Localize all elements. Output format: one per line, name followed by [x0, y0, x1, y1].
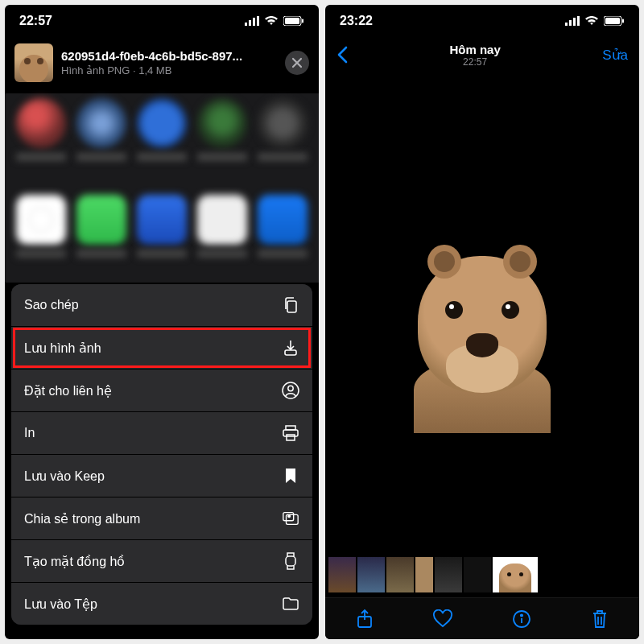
thumbnail[interactable] [328, 557, 356, 592]
action-copy[interactable]: Sao chép [11, 284, 312, 327]
app-facebook-icon[interactable] [258, 195, 308, 245]
file-name: 620951d4-f0eb-4c6b-bd5c-897... [61, 49, 277, 63]
bookmark-icon [282, 467, 299, 485]
photos-viewer-screen: 23:22 Hôm nay 22:57 Sửa [325, 5, 639, 639]
thumbnail[interactable] [357, 557, 385, 592]
info-button[interactable] [511, 609, 532, 630]
svg-rect-0 [245, 23, 247, 26]
contact-avatar[interactable] [258, 98, 308, 148]
signal-icon [565, 16, 580, 26]
folder-icon [282, 595, 299, 613]
share-header: 620951d4-f0eb-4c6b-bd5c-897... Hình ảnh … [5, 37, 319, 93]
nav-bar: Hôm nay 22:57 Sửa [325, 37, 639, 72]
photo-viewer[interactable] [325, 72, 639, 552]
copy-icon [282, 296, 299, 314]
svg-rect-7 [287, 301, 296, 312]
svg-rect-2 [253, 18, 255, 26]
printer-icon [282, 424, 299, 442]
action-share-album[interactable]: Chia sẻ trong album [11, 497, 312, 540]
svg-rect-12 [283, 430, 298, 436]
thumbnail[interactable] [464, 557, 491, 592]
contact-avatar[interactable] [137, 98, 187, 148]
svg-rect-1 [249, 20, 251, 26]
thumbnail[interactable] [415, 557, 433, 592]
svg-rect-17 [286, 556, 295, 566]
bottom-toolbar [325, 597, 639, 639]
action-label: Tạo mặt đồng hồ [24, 554, 125, 569]
status-bar: 22:57 [5, 5, 319, 37]
share-sheet-screen: 22:57 620951d4-f0eb-4c6b-bd5c-897... Hìn… [5, 5, 319, 639]
wifi-icon [584, 16, 599, 26]
action-print[interactable]: In [11, 412, 312, 455]
contact-avatar[interactable] [76, 98, 126, 148]
app-mail-icon[interactable] [137, 195, 187, 245]
wifi-icon [264, 16, 279, 26]
file-thumbnail [14, 43, 53, 82]
delete-button[interactable] [589, 609, 610, 630]
battery-icon [604, 16, 625, 26]
person-circle-icon [282, 382, 299, 399]
edit-button[interactable]: Sửa [602, 47, 628, 64]
action-save-keep[interactable]: Lưu vào Keep [11, 455, 312, 497]
svg-rect-24 [622, 19, 624, 23]
action-label: Sao chép [24, 298, 79, 312]
action-label: Lưu hình ảnh [24, 341, 101, 356]
svg-point-10 [288, 386, 293, 390]
action-label: Lưu vào Tệp [24, 597, 97, 612]
shared-album-icon [282, 510, 299, 527]
file-meta: Hình ảnh PNG · 1,4 MB [61, 64, 277, 76]
status-bar: 23:22 [325, 5, 639, 37]
nav-subtitle: 22:57 [449, 56, 500, 68]
svg-rect-5 [285, 18, 299, 24]
close-button[interactable] [285, 51, 309, 75]
thumbnail-selected[interactable] [493, 557, 538, 592]
svg-rect-21 [577, 16, 580, 26]
svg-rect-13 [287, 435, 295, 440]
svg-point-27 [521, 614, 522, 616]
action-label: In [24, 426, 35, 440]
nav-title: Hôm nay [449, 43, 500, 56]
action-save-files[interactable]: Lưu vào Tệp [11, 583, 312, 625]
share-button[interactable] [354, 609, 375, 630]
download-icon [282, 339, 299, 357]
svg-rect-19 [569, 20, 572, 26]
thumbnail-strip[interactable] [325, 552, 639, 597]
status-time: 22:57 [19, 14, 52, 28]
svg-rect-20 [573, 18, 576, 26]
action-create-watchface[interactable]: Tạo mặt đồng hồ [11, 540, 312, 583]
action-label: Đặt cho liên hệ [24, 383, 112, 398]
svg-rect-8 [285, 350, 296, 355]
action-label: Chia sẻ trong album [24, 511, 140, 526]
battery-icon [283, 16, 304, 26]
contact-avatar[interactable] [197, 98, 247, 148]
status-time: 23:22 [340, 14, 373, 28]
app-messages-icon[interactable] [76, 195, 126, 245]
app-icon[interactable] [197, 195, 247, 245]
signal-icon [245, 16, 259, 26]
action-assign-contact[interactable]: Đặt cho liên hệ [11, 369, 312, 412]
svg-rect-23 [605, 18, 620, 24]
svg-rect-18 [565, 23, 568, 26]
svg-rect-3 [257, 16, 259, 26]
action-save-image[interactable]: Lưu hình ảnh [11, 327, 312, 369]
watch-icon [282, 552, 299, 570]
back-button[interactable] [336, 46, 348, 64]
photo-content [398, 240, 567, 433]
favorite-button[interactable] [432, 609, 453, 630]
share-targets-blurred [5, 93, 319, 283]
svg-point-16 [288, 515, 291, 518]
thumbnail[interactable] [386, 557, 414, 592]
thumbnail[interactable] [435, 557, 462, 592]
contact-avatar[interactable] [16, 98, 66, 148]
action-list: Sao chép Lưu hình ảnh Đặt cho liên hệ [11, 284, 312, 625]
action-label: Lưu vào Keep [24, 469, 105, 484]
svg-rect-6 [302, 19, 303, 23]
app-airdrop-icon[interactable] [16, 195, 66, 245]
